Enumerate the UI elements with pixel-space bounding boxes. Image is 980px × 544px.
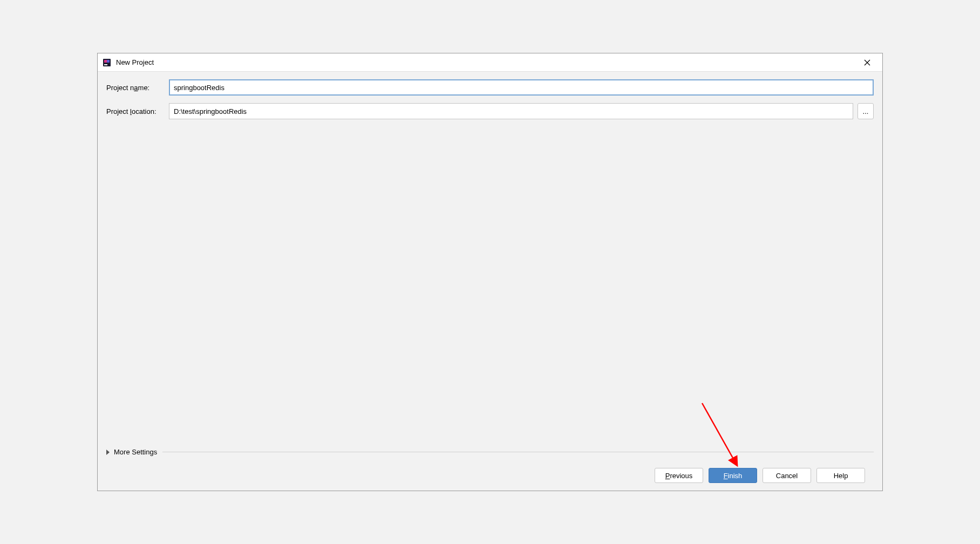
svg-rect-3 [104, 64, 107, 65]
divider [162, 452, 874, 452]
project-name-input[interactable] [169, 79, 874, 96]
finish-button[interactable]: Finish [709, 468, 757, 483]
more-settings-toggle[interactable]: More Settings [106, 445, 874, 459]
project-name-row: Project name: [106, 79, 874, 96]
spacer [106, 127, 874, 445]
more-settings-label: More Settings [114, 448, 157, 456]
titlebar: New Project [98, 53, 882, 72]
project-name-label: Project name: [106, 84, 169, 92]
new-project-dialog: New Project Project name: Project locati… [97, 53, 883, 491]
help-button[interactable]: Help [816, 468, 865, 483]
app-icon [102, 58, 112, 67]
project-location-input[interactable] [169, 103, 853, 119]
svg-rect-2 [107, 60, 110, 63]
cancel-button[interactable]: Cancel [763, 468, 811, 483]
close-button[interactable] [856, 55, 878, 71]
browse-location-button[interactable]: ... [858, 103, 874, 119]
previous-button[interactable]: Previous [655, 468, 703, 483]
project-location-label: Project location: [106, 107, 169, 115]
window-title: New Project [116, 58, 856, 66]
svg-rect-1 [104, 60, 107, 63]
chevron-right-icon [106, 450, 110, 455]
project-location-row: Project location: ... [106, 103, 874, 119]
button-bar: Previous Finish Cancel Help [106, 465, 874, 491]
dialog-content: Project name: Project location: ... More… [98, 72, 882, 491]
